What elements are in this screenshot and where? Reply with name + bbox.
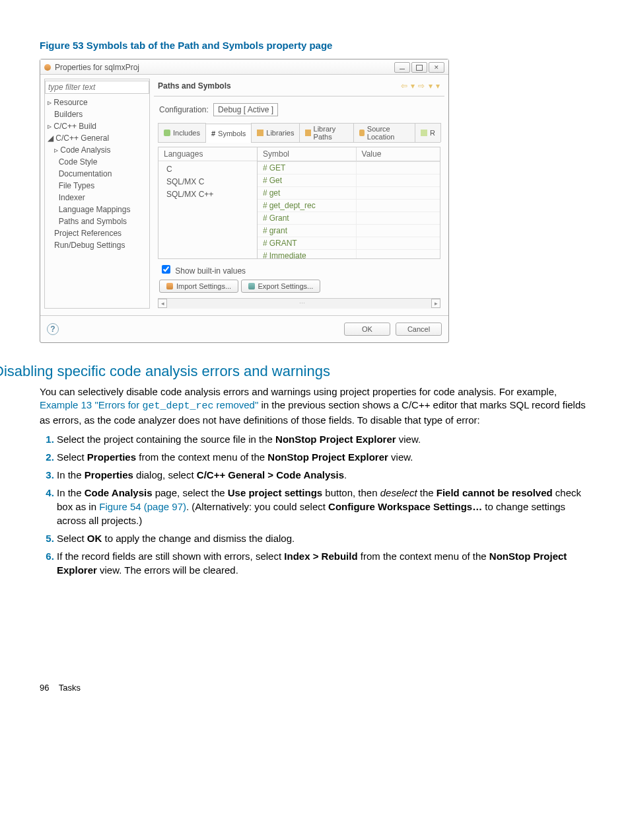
titlebar: Properties for sqlmxProj ✕	[40, 59, 448, 75]
tab-source-location[interactable]: Source Location	[353, 123, 415, 142]
maximize-button[interactable]	[411, 62, 427, 73]
table-row[interactable]: #Grant	[258, 212, 440, 225]
nav-arrows-icon[interactable]: ⇦ ▾ ⇨ ▾ ▾	[401, 81, 440, 91]
tree-item[interactable]: ▹ Resource	[48, 96, 147, 108]
tree-item[interactable]: Language Mappings	[48, 204, 147, 215]
scroll-left-button[interactable]: ◂	[158, 299, 167, 308]
tab-label: R	[430, 129, 435, 137]
show-builtin-checkbox[interactable]: Show built-in values	[159, 266, 246, 276]
app-icon	[44, 64, 51, 71]
tab-label: Library Paths	[314, 125, 348, 141]
includes-icon	[164, 130, 170, 136]
minimize-button[interactable]	[394, 62, 410, 73]
list-item: In the Properties dialog, select C/C++ G…	[57, 468, 590, 482]
tree-item[interactable]: Builders	[48, 108, 147, 120]
figure-caption: Figure 53 Symbols tab of the Path and Sy…	[40, 40, 590, 51]
show-builtin-label: Show built-in values	[175, 266, 246, 276]
tab-includes[interactable]: Includes	[158, 123, 206, 142]
tab-r-partial[interactable]: R	[415, 123, 441, 142]
config-select[interactable]: Debug [ Active ]	[213, 103, 278, 116]
button-label: Cancel	[407, 325, 430, 333]
symbols-table-group: Languages C SQL/MX C SQL/MX C++ Symbol V…	[158, 147, 440, 259]
hash-icon: #	[211, 130, 215, 137]
tree-item[interactable]: ▹ C/C++ Build	[48, 120, 147, 132]
scroll-right-button[interactable]: ▸	[431, 299, 440, 308]
symbol-header: Symbol	[258, 147, 357, 161]
config-label: Configuration:	[159, 105, 209, 114]
tab-label: Includes	[173, 129, 200, 137]
horizontal-scrollbar[interactable]: ◂ ⋯ ▸	[158, 298, 440, 309]
filter-input[interactable]	[45, 81, 149, 94]
export-settings-button[interactable]: Export Settings...	[241, 280, 321, 293]
table-row[interactable]: #Immediate	[258, 250, 440, 258]
tree-item[interactable]: Documentation	[48, 168, 147, 180]
libraries-icon	[257, 130, 263, 136]
table-row[interactable]: #get_dept_rec	[258, 200, 440, 212]
list-item: In the Code Analysis page, select the Us…	[57, 486, 590, 527]
tab-label: Symbols	[218, 130, 246, 137]
export-icon	[248, 283, 255, 289]
nav-tree[interactable]: ▹ Resource Builders ▹ C/C++ Build ◢ C/C+…	[45, 94, 149, 254]
footer-label: Tasks	[59, 683, 81, 693]
tree-item[interactable]: Indexer	[48, 192, 147, 204]
configuration-row: Configuration: Debug [ Active ]	[154, 96, 444, 123]
button-label: Import Settings...	[176, 282, 231, 290]
tab-libraries[interactable]: Libraries	[251, 123, 300, 142]
example-link[interactable]: Example 13 "Errors for get_dept_rec remo…	[40, 399, 258, 410]
import-icon	[166, 283, 173, 289]
intro-paragraph: You can selectively disable code analysi…	[40, 385, 590, 427]
help-icon[interactable]: ?	[47, 323, 59, 335]
figure-link[interactable]: Figure 54 (page 97)	[99, 501, 186, 512]
page-footer: 96 Tasks	[40, 683, 590, 693]
button-label: Export Settings...	[258, 282, 314, 290]
tab-symbols[interactable]: #Symbols	[205, 124, 252, 143]
cancel-button[interactable]: Cancel	[396, 323, 442, 336]
language-item[interactable]: SQL/MX C	[166, 176, 249, 188]
dialog-title: Properties for sqlmxProj	[55, 63, 139, 72]
table-row[interactable]: #Get	[258, 174, 440, 187]
tab-label: Source Location	[367, 125, 409, 141]
table-row[interactable]: #get	[258, 187, 440, 200]
language-item[interactable]: SQL/MX C++	[166, 188, 249, 201]
import-settings-button[interactable]: Import Settings...	[159, 280, 238, 293]
tree-item[interactable]: ◢ C/C++ General	[48, 132, 147, 144]
scroll-grip-icon: ⋯	[299, 300, 305, 307]
table-row[interactable]: #GRANT	[258, 237, 440, 250]
language-item[interactable]: C	[166, 163, 249, 176]
list-item: Select the project containing the source…	[57, 432, 590, 446]
steps-list: Select the project containing the source…	[40, 432, 590, 577]
table-row[interactable]: #GET	[258, 162, 440, 174]
left-pane: ▹ Resource Builders ▹ C/C++ Build ◢ C/C+…	[44, 79, 150, 309]
button-label: OK	[362, 325, 372, 333]
tab-library-paths[interactable]: Library Paths	[299, 123, 353, 142]
library-paths-icon	[305, 130, 310, 136]
tabbar: Includes #Symbols Libraries Library Path…	[158, 123, 440, 143]
value-header: Value	[357, 147, 440, 161]
tree-item[interactable]: Paths and Symbols	[48, 215, 147, 227]
r-icon	[421, 130, 427, 136]
tab-label: Libraries	[266, 129, 294, 137]
tree-item[interactable]: Project References	[48, 227, 147, 239]
section-heading: Disabling specific code analysis errors …	[0, 363, 590, 380]
tree-item[interactable]: Code Style	[48, 156, 147, 168]
properties-dialog: Properties for sqlmxProj ✕ ▹ Resource Bu…	[40, 59, 449, 343]
tree-item[interactable]: File Types	[48, 180, 147, 192]
tree-item[interactable]: ▹ Code Analysis	[48, 144, 147, 156]
list-item: Select OK to apply the change and dismis…	[57, 531, 590, 545]
list-item: If the record fields are still shown wit…	[57, 549, 590, 577]
page-number: 96	[40, 683, 49, 693]
tree-item[interactable]: Run/Debug Settings	[48, 239, 147, 251]
ok-button[interactable]: OK	[344, 323, 390, 336]
list-item: Select Properties from the context menu …	[57, 450, 590, 464]
show-builtin-input[interactable]	[162, 265, 170, 274]
source-location-icon	[359, 130, 365, 136]
table-row[interactable]: #grant	[258, 225, 440, 237]
languages-header: Languages	[158, 147, 257, 161]
panel-title: Paths and Symbols	[158, 81, 231, 91]
close-button[interactable]: ✕	[429, 62, 444, 73]
